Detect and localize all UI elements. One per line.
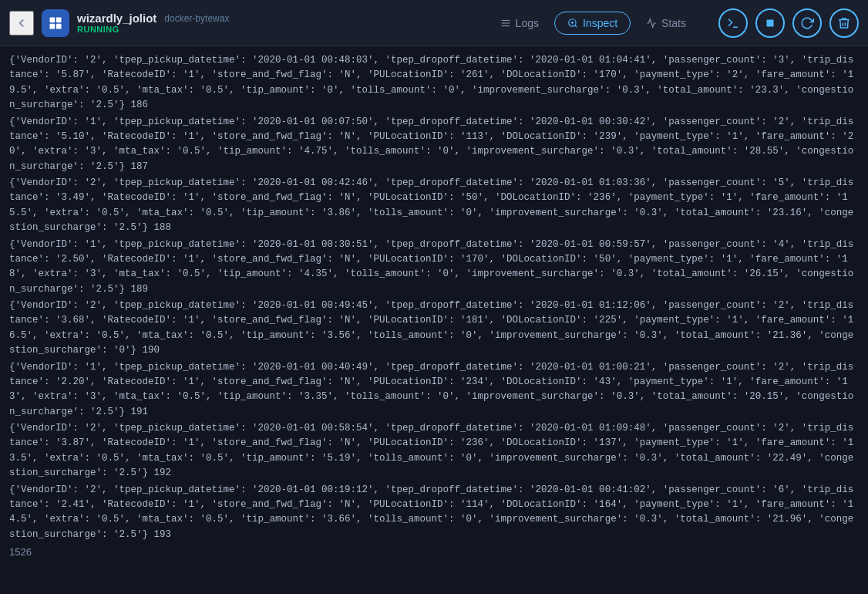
log-line: {'VendorID': '1', 'tpep_pickup_datetime'…	[9, 237, 859, 299]
docker-badge: docker-bytewax	[164, 13, 229, 24]
log-line: {'VendorID': '1', 'tpep_pickup_datetime'…	[9, 114, 859, 176]
tab-stats-label: Stats	[661, 17, 686, 29]
terminal-button[interactable]	[718, 8, 748, 38]
tab-stats[interactable]: Stats	[634, 12, 698, 34]
svg-rect-2	[50, 23, 56, 29]
stop-button[interactable]	[755, 8, 785, 38]
action-buttons	[718, 8, 859, 38]
log-line: {'VendorID': '2', 'tpep_pickup_datetime'…	[9, 52, 859, 114]
svg-rect-12	[767, 19, 774, 26]
tab-logs[interactable]: Logs	[488, 12, 551, 34]
app-name: wizardly_joliot	[77, 12, 156, 25]
back-button[interactable]	[9, 11, 34, 35]
nav-tabs: Logs Inspect Stats	[488, 12, 698, 35]
tab-logs-label: Logs	[516, 17, 539, 29]
tab-inspect[interactable]: Inspect	[554, 12, 631, 35]
svg-rect-1	[56, 17, 62, 22]
log-line: {'VendorID': '2', 'tpep_pickup_datetime'…	[9, 175, 859, 237]
header: wizardly_joliot docker-bytewax RUNNING L…	[0, 0, 868, 46]
tab-inspect-label: Inspect	[583, 17, 617, 29]
log-line: {'VendorID': '2', 'tpep_pickup_datetime'…	[9, 420, 859, 482]
delete-button[interactable]	[829, 8, 859, 38]
svg-line-8	[575, 25, 577, 27]
log-line: {'VendorID': '1', 'tpep_pickup_datetime'…	[9, 359, 859, 421]
status-badge: RUNNING	[77, 25, 229, 34]
log-line: {'VendorID': '2', 'tpep_pickup_datetime'…	[9, 298, 859, 359]
log-content[interactable]: {'VendorID': '2', 'tpep_pickup_datetime'…	[0, 46, 868, 594]
app-info: wizardly_joliot docker-bytewax RUNNING	[77, 12, 229, 34]
svg-rect-0	[50, 17, 56, 22]
app-icon	[42, 9, 69, 37]
log-line: {'VendorID': '2', 'tpep_pickup_datetime'…	[9, 482, 859, 544]
svg-rect-3	[56, 23, 62, 29]
footer-count: 1526	[9, 543, 859, 559]
restart-button[interactable]	[792, 8, 822, 38]
